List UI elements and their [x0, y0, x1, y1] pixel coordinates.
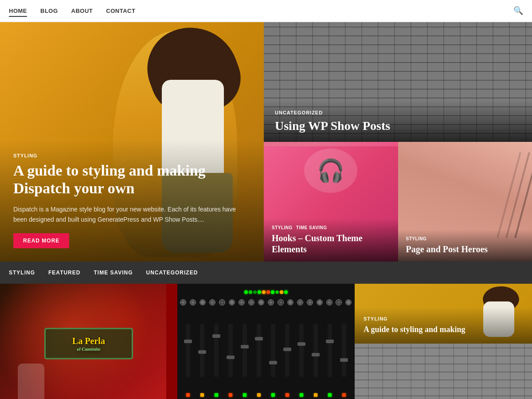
filter-time-saving[interactable]: TIME SAVING — [94, 267, 133, 278]
hero-page-heroes-categories: STYLING — [406, 236, 524, 241]
filter-featured[interactable]: FEATURED — [48, 267, 80, 278]
nav-item-contact[interactable]: CONTACT — [106, 7, 135, 15]
read-more-button[interactable]: READ MORE — [13, 233, 69, 248]
navigation: HOME BLOG ABOUT CONTACT 🔍 — [0, 0, 532, 22]
filter-bar: STYLING FEATURED TIME SAVING UNCATEGORIZ… — [0, 262, 532, 284]
hero-main-card[interactable]: STYLING A guide to styling and making Di… — [0, 22, 264, 262]
hero-main-description: Dispatch is a Magazine style blog for yo… — [13, 204, 250, 224]
mixer-image: // Generate mixer columns document.addEv… — [177, 284, 355, 399]
stone-small-image — [355, 344, 532, 399]
hero-top-right-category: UNCATEGORIZED — [275, 110, 521, 115]
bottom-grid: La Perla el Caminito // Generate mixer c… — [0, 284, 532, 399]
hero-main-category: STYLING — [13, 153, 250, 158]
search-icon[interactable]: 🔍 — [513, 6, 523, 16]
hero-hooks-card[interactable]: 🎧 STYLING TIME SAVING Hooks – Custom The… — [264, 142, 398, 262]
hero-page-heroes-cat: STYLING — [406, 236, 427, 241]
filter-styling[interactable]: STYLING — [9, 267, 35, 278]
hero-page-heroes-card[interactable]: STYLING Page and Post Heroes — [398, 142, 532, 262]
hero-main-overlay: STYLING A guide to styling and making Di… — [0, 140, 264, 262]
styling-card-category: STYLING — [364, 316, 523, 321]
hero-hooks-categories: STYLING TIME SAVING — [272, 225, 390, 230]
nav-list: HOME BLOG ABOUT CONTACT — [9, 7, 135, 15]
hero-bottom-right-grid: 🎧 STYLING TIME SAVING Hooks – Custom The… — [264, 142, 532, 262]
bottom-right-column: STYLING A guide to styling and making — [355, 284, 532, 399]
bottom-card-styling[interactable]: STYLING A guide to styling and making — [355, 284, 532, 344]
hero-hooks-cat1: STYLING — [272, 225, 293, 230]
bottom-card-stone[interactable] — [355, 344, 532, 399]
hero-top-right-card[interactable]: UNCATEGORIZED Using WP Show Posts — [264, 22, 532, 142]
hero-main-title: A guide to styling and making Dispatch y… — [13, 162, 250, 198]
bottom-card-mixer[interactable]: // Generate mixer columns document.addEv… — [177, 284, 355, 399]
styling-card-overlay: STYLING A guide to styling and making — [355, 307, 532, 344]
nav-item-home[interactable]: HOME — [9, 7, 27, 15]
nav-item-blog[interactable]: BLOG — [40, 7, 58, 15]
nav-item-about[interactable]: ABOUT — [71, 7, 93, 15]
filter-uncategorized[interactable]: UNCATEGORIZED — [146, 267, 198, 278]
hero-page-heroes-title: Page and Post Heroes — [406, 244, 524, 255]
hero-top-right-title: Using WP Show Posts — [275, 119, 521, 133]
hero-page-heroes-overlay: STYLING Page and Post Heroes — [398, 230, 532, 262]
hero-hooks-title: Hooks – Custom Theme Elements — [272, 233, 390, 255]
hero-grid: STYLING A guide to styling and making Di… — [0, 22, 532, 262]
hero-hooks-cat2: TIME SAVING — [296, 225, 327, 230]
styling-card-title: A guide to styling and making — [364, 325, 523, 335]
bottom-card-la-perla[interactable]: La Perla el Caminito — [0, 284, 177, 399]
hero-top-right-overlay: UNCATEGORIZED Using WP Show Posts — [264, 101, 532, 142]
hero-hooks-overlay: STYLING TIME SAVING Hooks – Custom Theme… — [264, 219, 398, 262]
